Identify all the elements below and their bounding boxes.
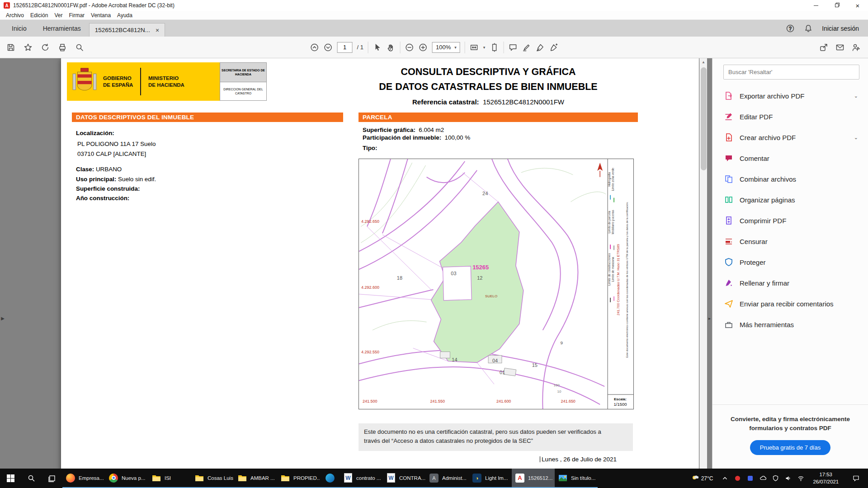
share-link-icon[interactable] — [819, 43, 828, 52]
taskbar-date: 26/07/2021 — [813, 479, 839, 486]
search-tools-input[interactable] — [723, 65, 859, 80]
network-icon[interactable] — [797, 475, 804, 482]
tool-proteger[interactable]: Proteger — [712, 252, 868, 272]
taskbar-app-chrome[interactable]: Nueva p... — [105, 469, 148, 488]
task-view-button[interactable] — [42, 469, 62, 488]
share-file-icon[interactable] — [41, 43, 50, 52]
request-signature-icon[interactable] — [852, 43, 861, 52]
referencia-catastral: Referencia catastral: 1526512BC4812N0001… — [316, 98, 660, 106]
fill-sign-icon[interactable] — [549, 43, 558, 52]
redact-icon — [724, 237, 733, 246]
restore-button[interactable] — [826, 0, 847, 11]
next-page-icon[interactable] — [324, 43, 333, 52]
select-tool-icon[interactable] — [373, 43, 382, 52]
taskbar-app-edge[interactable] — [320, 469, 340, 488]
vertical-scrollbar[interactable]: ▲ — [699, 58, 707, 469]
favorites-star-icon[interactable] — [24, 43, 33, 52]
secretaria-box: SECRETARIA DE ESTADO DE HACIENDA DIRECCI… — [220, 62, 267, 101]
menu-ayuda[interactable]: Ayuda — [114, 12, 136, 19]
tray-app-icon[interactable] — [747, 475, 754, 482]
tab-inicio[interactable]: Inicio — [4, 20, 35, 37]
chevron-down-icon[interactable]: ▾ — [483, 45, 486, 50]
tool-comprimir-pdf[interactable]: Comprimir PDF — [712, 210, 868, 231]
close-button[interactable]: × — [847, 0, 868, 11]
cadastral-map-svg: 24 18 03 15265 12 SUELO 14 04 01 15 9 10… — [359, 159, 633, 409]
page-view-icon[interactable] — [490, 43, 499, 52]
tab-close-icon[interactable]: × — [156, 27, 159, 34]
taskbar-app-folder-isi[interactable]: ISI — [148, 469, 191, 488]
tool-mas-herramientas[interactable]: Más herramientas — [712, 314, 868, 335]
fit-width-icon[interactable] — [470, 43, 479, 52]
print-icon[interactable] — [58, 43, 67, 52]
map-x-coordinate: 241.600 — [496, 399, 511, 404]
tool-combinar-archivos[interactable]: Combinar archivos — [712, 169, 868, 189]
taskbar-app-sin-titulo[interactable]: Sin título... — [555, 469, 598, 488]
hidden-icons-chevron-icon[interactable] — [722, 475, 728, 482]
tool-enviar-comentarios[interactable]: Enviar para recibir comentarios — [712, 293, 868, 314]
taskbar-search-button[interactable] — [21, 469, 42, 488]
menu-ver[interactable]: Ver — [51, 12, 66, 19]
taskbar-app-light-image[interactable]: ◑ Light Im... — [469, 469, 512, 488]
zoom-in-icon[interactable] — [419, 43, 428, 52]
menu-firmar[interactable]: Firmar — [66, 12, 88, 19]
tool-organizar-paginas[interactable]: Organizar páginas — [712, 189, 868, 210]
defender-shield-icon[interactable] — [772, 475, 779, 482]
free-trial-button[interactable]: Prueba gratis de 7 días — [750, 440, 830, 455]
hand-tool-icon[interactable] — [387, 43, 396, 52]
taskbar-app-folder-cosas-luis[interactable]: Cosas Luis — [191, 469, 234, 488]
chevron-down-icon[interactable]: ⌄ — [854, 93, 858, 99]
toolbar-separator — [465, 42, 465, 53]
find-icon[interactable] — [75, 43, 84, 52]
notifications-bell-icon[interactable] — [804, 24, 813, 33]
map-label: 100 — [554, 383, 560, 387]
scroll-up-arrow-icon[interactable]: ▲ — [700, 58, 707, 66]
scrollbar-thumb[interactable] — [701, 67, 707, 170]
comment-bubble-icon[interactable] — [508, 43, 517, 52]
action-center-button[interactable] — [847, 469, 864, 488]
taskbar-app-administrador[interactable]: A Administ... — [426, 469, 469, 488]
tool-comentar[interactable]: Comentar — [712, 148, 868, 169]
onedrive-icon[interactable] — [760, 475, 766, 482]
taskbar-app-firefox[interactable]: Empresa... — [62, 469, 105, 488]
tool-editar-pdf[interactable]: Editar PDF — [712, 106, 868, 127]
tab-herramientas[interactable]: Herramientas — [35, 20, 89, 37]
help-icon[interactable]: ? — [786, 24, 795, 33]
map-label: 10 — [557, 389, 561, 394]
tool-exportar-pdf[interactable]: Exportar archivo PDF ⌄ — [712, 85, 868, 106]
left-panel-toggle-icon[interactable]: ▶ — [0, 312, 5, 324]
menu-ventana[interactable]: Ventana — [88, 12, 114, 19]
chevron-down-icon[interactable]: ⌄ — [854, 135, 858, 141]
zoom-out-icon[interactable] — [405, 43, 414, 52]
sign-in-button[interactable]: Iniciar sesión — [822, 25, 859, 32]
page-number-input[interactable] — [337, 42, 353, 53]
menu-archivo[interactable]: Archivo — [3, 12, 27, 19]
previous-page-icon[interactable] — [310, 43, 319, 52]
taskbar-clock[interactable]: 17:53 26/07/2021 — [810, 471, 841, 486]
right-panel-toggle-icon[interactable]: ▸ — [707, 312, 712, 324]
taskbar-app-folder-ambar[interactable]: AMBAR ... — [234, 469, 277, 488]
toolbar: / 1 100% ▾ ▾ — [0, 37, 868, 58]
weather-temperature: 27°C — [701, 475, 713, 482]
map-x-coordinate: 241.500 — [363, 399, 377, 404]
taskbar-app-word-contrato[interactable]: W contrato ... — [340, 469, 383, 488]
tool-censurar[interactable]: Censurar — [712, 231, 868, 252]
taskbar-app-folder-propiedades[interactable]: PROPIED... — [277, 469, 320, 488]
ministerio-text: MINISTERIODE HACIENDA — [148, 75, 184, 89]
volume-icon[interactable] — [785, 475, 792, 482]
highlighter-icon[interactable] — [522, 43, 531, 52]
start-button[interactable] — [0, 469, 21, 488]
weather-widget[interactable]: 27°C — [689, 475, 716, 482]
menu-edicion[interactable]: Edición — [27, 12, 51, 19]
save-icon[interactable] — [6, 43, 15, 52]
taskbar-app-acrobat-active[interactable]: A 1526512... — [512, 469, 555, 488]
minimize-button[interactable] — [806, 0, 826, 11]
tab-document[interactable]: 1526512BC4812N... × — [89, 23, 165, 37]
tool-rellenar-firmar[interactable]: Rellenar y firmar — [712, 272, 868, 293]
taskbar-app-word-contra[interactable]: W CONTRA... — [383, 469, 426, 488]
tool-crear-pdf[interactable]: Crear archivo PDF ⌄ — [712, 127, 868, 148]
edit-pdf-icon — [724, 112, 733, 121]
sign-pen-icon[interactable] — [535, 43, 544, 52]
tray-app-icon[interactable] — [734, 475, 741, 482]
email-icon[interactable] — [835, 43, 844, 52]
zoom-level-dropdown[interactable]: 100% ▾ — [432, 42, 460, 53]
